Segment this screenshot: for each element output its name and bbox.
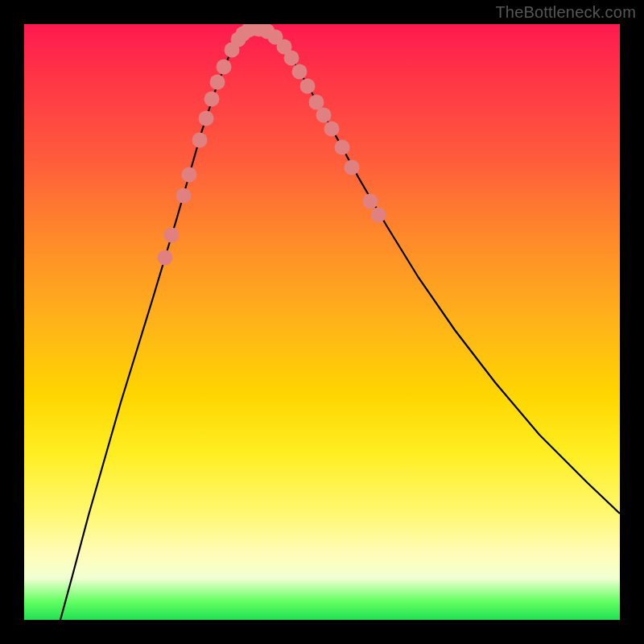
curve-dot — [182, 167, 197, 183]
curve-dot — [210, 75, 225, 90]
curve-dot — [371, 208, 386, 223]
attribution-label: TheBottleneck.com — [495, 3, 636, 22]
curve-dot — [292, 64, 308, 80]
curve-dot — [363, 194, 378, 209]
curve-dot — [345, 160, 360, 175]
curve-dot — [316, 108, 332, 123]
curve-layer — [24, 24, 620, 620]
curve-dot — [192, 133, 208, 148]
curve-dot — [335, 140, 350, 155]
curve-dot — [324, 122, 340, 137]
curve-dot — [284, 51, 299, 66]
curve-dot — [300, 79, 316, 94]
plot-area — [24, 24, 620, 620]
curve-dot — [158, 250, 173, 266]
bottleneck-curve — [60, 28, 620, 620]
curve-dot — [309, 95, 324, 110]
curve-dot — [164, 228, 180, 243]
chart-frame: TheBottleneck.com — [0, 0, 644, 644]
curve-dots — [158, 24, 386, 266]
curve-dot — [199, 111, 214, 126]
curve-dot — [204, 92, 220, 107]
curve-dot — [217, 60, 232, 75]
curve-dot — [176, 188, 192, 204]
